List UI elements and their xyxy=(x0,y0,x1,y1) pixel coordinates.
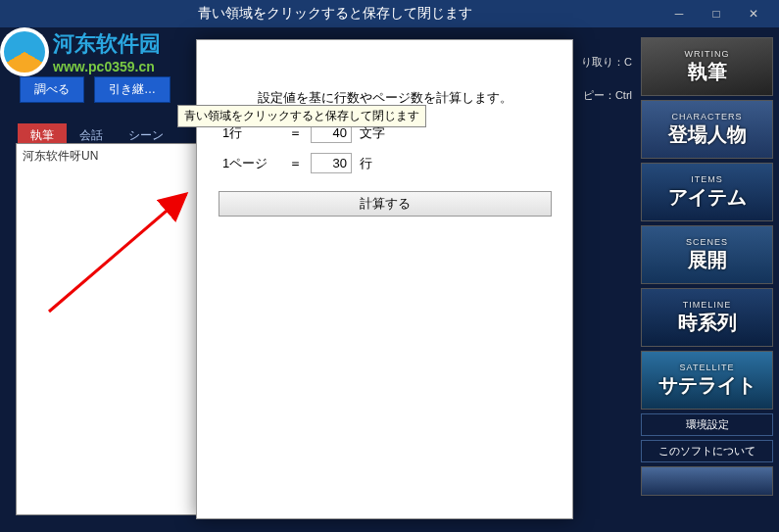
nav-jp-label: 執筆 xyxy=(688,59,727,85)
row-lines-per-page: 1ページ ＝ 行 xyxy=(222,153,572,173)
nav-writing[interactable]: WRITING 執筆 xyxy=(641,37,773,96)
main-area: 河东软件园 www.pc0359.cn り取り：C ピー：Ctrl 調べる 引き… xyxy=(0,27,779,532)
close-button[interactable]: ✕ xyxy=(736,2,771,25)
calculate-button[interactable]: 計算する xyxy=(219,191,552,217)
window-controls: ─ □ ✕ xyxy=(661,2,771,25)
nav-jp-label: アイテム xyxy=(668,184,747,211)
nav-extra-thumb[interactable] xyxy=(641,466,773,496)
row2-unit: 行 xyxy=(360,155,372,172)
calc-dialog: 設定値を基に行数やページ数を計算します。 青い領域をクリックすると保存して閉じま… xyxy=(196,39,573,519)
nav-eng-label: SATELLITE xyxy=(680,363,735,372)
editor-content: 河东软件呀UN xyxy=(23,149,98,163)
nav-eng-label: CHARACTERS xyxy=(671,112,742,121)
nav-jp-label: サテライト xyxy=(658,372,756,399)
nav-eng-label: WRITING xyxy=(685,49,730,59)
shortcut-copy-hint: ピー：Ctrl xyxy=(583,88,632,103)
logo-text: 河东软件园 www.pc0359.cn xyxy=(53,29,161,74)
nav-characters[interactable]: CHARACTERS 登場人物 xyxy=(641,100,773,159)
nav-timeline[interactable]: TIMELINE 時系列 xyxy=(641,288,773,347)
nav-eng-label: ITEMS xyxy=(691,174,723,184)
nav-items[interactable]: ITEMS アイテム xyxy=(641,163,773,221)
row2-label: 1ページ xyxy=(222,155,279,172)
dialog-tooltip: 青い領域をクリックすると保存して閉じます xyxy=(177,105,426,127)
nav-jp-label: 登場人物 xyxy=(668,121,747,148)
nav-scenes[interactable]: SCENES 展開 xyxy=(641,225,773,284)
logo-icon xyxy=(0,27,49,76)
shortcut-cut-hint: り取り：C xyxy=(581,55,632,70)
row2-equals: ＝ xyxy=(287,155,303,172)
watermark-logo: 河东软件园 www.pc0359.cn xyxy=(0,18,216,86)
nav-eng-label: SCENES xyxy=(686,237,728,247)
nav-about[interactable]: このソフトについて xyxy=(641,440,773,462)
right-nav-panel: WRITING 執筆 CHARACTERS 登場人物 ITEMS アイテム SC… xyxy=(641,37,773,496)
minimize-button[interactable]: ─ xyxy=(661,2,697,25)
nav-satellite[interactable]: SATELLITE サテライト xyxy=(641,351,773,410)
logo-sub-text: www.pc0359.cn xyxy=(53,59,161,74)
logo-main-text: 河东软件园 xyxy=(53,29,161,59)
maximize-button[interactable]: □ xyxy=(699,2,734,25)
nav-jp-label: 展開 xyxy=(688,247,727,273)
nav-eng-label: TIMELINE xyxy=(683,300,732,310)
lines-per-page-input[interactable] xyxy=(311,153,352,173)
nav-jp-label: 時系列 xyxy=(678,310,737,336)
nav-settings[interactable]: 環境設定 xyxy=(641,413,773,436)
